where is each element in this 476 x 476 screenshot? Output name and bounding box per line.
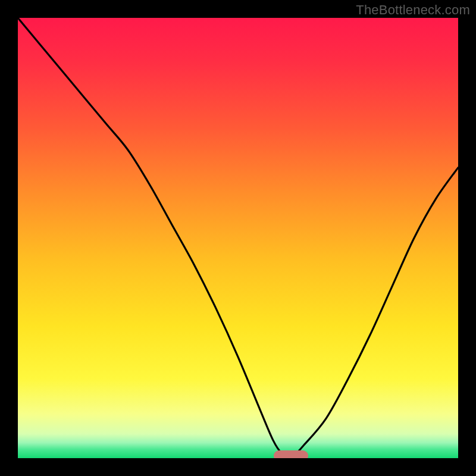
plot-area [18,18,458,458]
watermark-label: TheBottleneck.com [356,2,470,18]
chart-frame: TheBottleneck.com [0,0,476,476]
chart-background [18,18,458,458]
plot-svg [18,18,458,458]
optimal-marker [274,450,308,458]
